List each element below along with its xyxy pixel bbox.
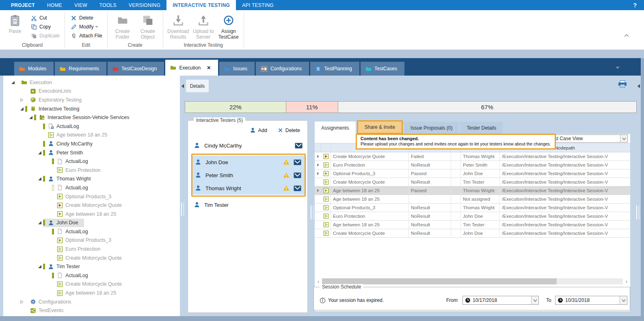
tree-item-create-motorcycle-quote[interactable]: Create Motorcycle Quote: [3, 201, 180, 210]
menu-api-testing[interactable]: API TESTING: [236, 0, 280, 10]
tester-row-peter-smith[interactable]: Peter Smith: [192, 169, 305, 182]
expander-icon[interactable]: [28, 115, 34, 119]
tab-details[interactable]: Details: [186, 80, 209, 92]
tester-row-thomas-wright[interactable]: Thomas Wright: [192, 182, 305, 195]
table-row[interactable]: Age between 18 an 25 NoResult Tim Tester…: [315, 221, 630, 229]
table-row[interactable]: Create Motorcycle Quote Failed Thomas Wr…: [315, 152, 630, 161]
expander-icon[interactable]: [19, 300, 25, 304]
table-row[interactable]: Euro Protection NoResult John Doe /Execu…: [315, 212, 630, 221]
tree-item-euro-protection[interactable]: Euro Protection: [3, 245, 180, 254]
expander-icon[interactable]: [19, 107, 25, 111]
tree-item-actuallog[interactable]: ActualLog: [3, 271, 180, 280]
expander-icon[interactable]: [37, 221, 43, 225]
row-expander-icon[interactable]: [317, 155, 319, 158]
tab-modules[interactable]: Modules: [14, 62, 54, 76]
tree-item-actuallog[interactable]: ActualLog: [3, 227, 180, 236]
ribbon-button-duplicate[interactable]: Duplicate: [28, 31, 62, 40]
table-row[interactable]: Optional Products_3 NoResult Thomas Wrig…: [315, 204, 630, 212]
ribbon-collapse-icon[interactable]: [624, 34, 629, 37]
ribbon-button-create-folder[interactable]: CreateFolder: [110, 12, 135, 40]
splitter-handle[interactable]: [636, 206, 639, 219]
tree-item-actuallog[interactable]: ActualLog: [3, 183, 180, 192]
ribbon-button-modify[interactable]: Modify: [67, 22, 105, 31]
ribbon-button-copy[interactable]: Copy: [28, 22, 62, 31]
ribbon-button-paste[interactable]: Paste: [2, 12, 28, 34]
ribbon-button-upload-to-server[interactable]: Upload toServer: [191, 12, 216, 40]
tree-item-optional-products-3[interactable]: Optional Products_3: [3, 236, 180, 245]
tab-tester-details[interactable]: Tester Details: [460, 122, 503, 134]
print-icon[interactable]: [618, 80, 627, 88]
tree-item-cindy-mccarthy[interactable]: Cindy McCarthy: [3, 139, 180, 148]
tree-item-interactive-testing[interactable]: Interactive Testing: [3, 104, 180, 113]
tab-testcasedesign[interactable]: TestCaseDesign: [108, 62, 164, 76]
tab-issue-proposals-0[interactable]: Issue Proposals (0): [404, 122, 459, 134]
delete-tester-button[interactable]: Delete: [278, 127, 300, 133]
ribbon-button-create-object[interactable]: CreateObject: [135, 12, 160, 40]
tree-item-euro-protection[interactable]: Euro Protection: [3, 166, 180, 175]
menu-tools[interactable]: TOOLS: [93, 0, 123, 10]
splitter-handle[interactable]: [311, 206, 313, 219]
ribbon-button-delete[interactable]: Delete: [67, 13, 105, 22]
menu-project[interactable]: PROJECT: [5, 0, 41, 10]
tab-testplanning[interactable]: TestPlanning: [310, 62, 359, 76]
ribbon-button-cut[interactable]: Cut: [28, 13, 62, 22]
tree-item-age-between-18-an-25[interactable]: Age between 18 an 25: [3, 131, 180, 140]
table-row[interactable]: Create Motorcycle Quote NoResult Tim Tes…: [315, 178, 630, 187]
tester-row-john-doe[interactable]: John Doe: [192, 156, 305, 169]
tab-issues[interactable]: Issues: [219, 62, 255, 76]
tree-item-peter-smith[interactable]: Peter Smith: [3, 148, 180, 157]
tab-share-invite[interactable]: Share & Invite: [357, 120, 403, 134]
view-selector-dropdown[interactable]: Test Case View: [547, 134, 628, 143]
collapse-left-icon[interactable]: [182, 84, 184, 88]
scrollbar-thumb[interactable]: [322, 278, 557, 284]
envelope-icon[interactable]: [295, 143, 303, 149]
tree-item-john-doe[interactable]: John Doe: [3, 219, 180, 228]
splitter-handle[interactable]: [181, 202, 184, 216]
close-tab-icon[interactable]: ✕: [207, 65, 211, 71]
menu-home[interactable]: HOME: [41, 0, 68, 10]
tree-item-tim-tester[interactable]: Tim Tester: [3, 262, 180, 271]
menu-versioning[interactable]: VERSIONING: [123, 0, 166, 10]
tab-execution[interactable]: Execution✕: [165, 60, 218, 76]
ribbon-button-attach-file[interactable]: Attach File: [67, 31, 105, 40]
tree-item-interactive-session-vehicle-services[interactable]: Interactive Session-Vehicle Services: [3, 113, 180, 122]
tabstrip-dropdown-icon[interactable]: [616, 67, 620, 69]
tab-requirements[interactable]: Requirements: [55, 62, 106, 76]
ribbon-button-download-results[interactable]: DownloadResults: [166, 12, 191, 40]
table-row[interactable]: Age between 18 an 25 Passed Thomas Wrigh…: [315, 187, 630, 195]
row-expander-icon[interactable]: [317, 172, 319, 175]
to-date-picker[interactable]: 10/31/2018: [555, 296, 627, 305]
menu-interactive-testing[interactable]: INTERACTIVE TESTING: [166, 0, 236, 10]
ribbon-button-assign-testcase[interactable]: AssignTestCase: [216, 12, 241, 40]
table-row[interactable]: Euro Protection NoResult Peter Smith /Ex…: [315, 161, 630, 169]
envelope-icon[interactable]: [294, 172, 301, 178]
tree-item-age-between-18-an-25[interactable]: Age between 18 an 25: [3, 288, 180, 297]
from-date-picker[interactable]: 10/17/2018: [462, 296, 539, 305]
row-expander-icon[interactable]: [317, 163, 319, 167]
envelope-icon[interactable]: [294, 185, 301, 191]
table-row[interactable]: Age between 18 an 25 Not assigned /Execu…: [315, 195, 630, 204]
tree-item-create-motorcycle-quote[interactable]: Create Motorcycle Quote: [3, 280, 180, 289]
expander-icon[interactable]: [37, 151, 43, 155]
tree-item-actuallog[interactable]: ActualLog: [3, 122, 180, 131]
collapse-right-icon[interactable]: [638, 84, 640, 88]
expander-icon[interactable]: [10, 80, 16, 85]
tree-item-actuallog[interactable]: ActualLog: [3, 157, 180, 166]
tester-row-tim-tester[interactable]: Tim Tester: [191, 198, 306, 211]
tree-item-testevents[interactable]: TestEvents: [3, 306, 180, 315]
tree-item-execution[interactable]: Execution: [3, 78, 180, 87]
tree-item-create-motorcycle-quote[interactable]: Create Motorcycle Quote: [3, 254, 180, 262]
tab-assignments[interactable]: Assignments: [315, 121, 356, 134]
scroll-right-icon[interactable]: ›: [623, 278, 630, 285]
tree-item-age-between-18-an-25[interactable]: Age between 18 an 25: [3, 210, 180, 219]
expander-icon[interactable]: [19, 98, 25, 102]
table-row[interactable]: Optional Products_3 Passed John Doe /Exe…: [315, 169, 630, 178]
tree-item-executionlists[interactable]: ExecutionLists: [3, 87, 180, 96]
envelope-icon[interactable]: [294, 159, 301, 165]
help-icon[interactable]: ?: [633, 0, 637, 10]
menu-view[interactable]: VIEW: [68, 0, 93, 10]
tree-item-thomas-wright[interactable]: Thomas Wright: [3, 175, 180, 184]
row-expander-icon[interactable]: [317, 189, 319, 192]
expander-icon[interactable]: [37, 265, 43, 269]
expander-icon[interactable]: [37, 177, 43, 181]
